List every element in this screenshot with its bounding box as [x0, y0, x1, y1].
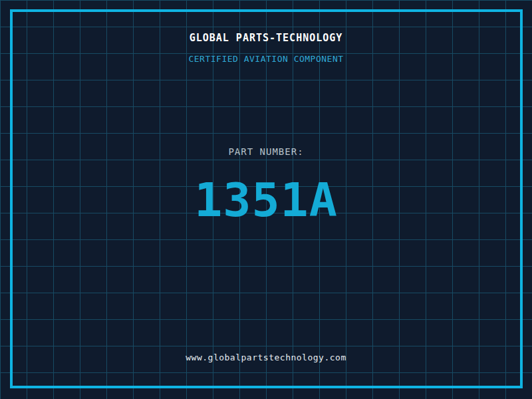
website-url: www.globalpartstechnology.com: [0, 352, 532, 362]
part-number-label: PART NUMBER:: [0, 146, 532, 157]
company-name: GLOBAL PARTS-TECHNOLOGY: [0, 32, 532, 44]
part-certificate-page: GLOBAL PARTS-TECHNOLOGY CERTIFIED AVIATI…: [0, 0, 532, 399]
certification-tagline: CERTIFIED AVIATION COMPONENT: [0, 54, 532, 64]
part-number-value: 1351A: [0, 172, 532, 223]
